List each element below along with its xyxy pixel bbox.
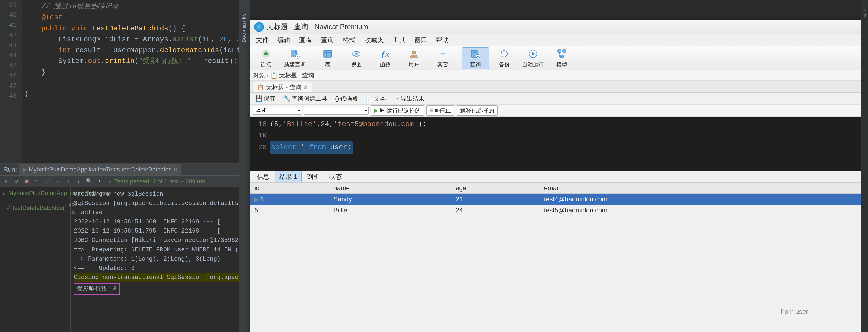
connection-select[interactable]: 本机 — [252, 107, 301, 115]
toolbar-sep-2 — [459, 50, 459, 66]
code-area[interactable]: // 通过id批量删除记录 @Test public void testDele… — [22, 0, 250, 112]
sql-editor[interactable]: 18 (5, 'Billie', 24, 'test5@baomidou.com… — [250, 116, 862, 171]
query-builder-icon: 🔧 — [283, 95, 290, 102]
toolbar-backup-btn[interactable]: 备份 — [491, 47, 518, 69]
run-header: Run: ▶ MybatisPlusDemoApplicationTests.t… — [0, 164, 250, 175]
query-tab-close-icon[interactable]: ✕ — [304, 84, 308, 90]
query-tab-main[interactable]: 📋 无标题 - 查询 ✕ — [252, 82, 312, 92]
view-icon — [350, 48, 362, 60]
snippet-label: 代码段 — [340, 94, 358, 103]
run-search-btn[interactable]: 🔍 — [85, 177, 93, 186]
code-line-41: public void testDeleteBatchIds() { — [24, 23, 247, 34]
code-line-40: @Test — [24, 12, 247, 23]
table-row[interactable]: ▶4 Sandy 21 test4@baomidou.com — [250, 194, 862, 205]
results-tab-result1[interactable]: 结果 1 — [275, 171, 302, 182]
run-stop-btn[interactable]: ⏹ — [23, 177, 31, 186]
menu-format[interactable]: 格式 — [339, 34, 360, 45]
menu-tools[interactable]: 工具 — [389, 34, 409, 45]
menu-view[interactable]: 查看 — [296, 34, 316, 45]
results-table-wrap: id name age email ▶4 Sandy 21 test4@baom… — [250, 182, 862, 332]
text-icon: 📄 — [366, 95, 373, 102]
cell-name: Sandy — [329, 194, 452, 205]
toolbar-user-btn[interactable]: 用户 — [400, 47, 428, 69]
code-line-42: List<Long> idList = Arrays.asList(1L, 2L… — [24, 34, 247, 45]
svg-point-12 — [412, 51, 416, 54]
log-4: 2022-10-12 19:58:51.660 INFO 22168 --- [… — [74, 217, 246, 227]
user-label: 用户 — [408, 61, 420, 68]
other-label: 其它 — [437, 61, 448, 68]
col-header-email[interactable]: email — [539, 183, 862, 194]
object-label: 对象 — [253, 72, 265, 80]
svg-rect-20 — [558, 50, 561, 52]
menu-help[interactable]: 帮助 — [432, 34, 453, 45]
line-numbers: 39 40 41 42 43 44 45 46 47 48 — [0, 0, 22, 163]
run-tab[interactable]: ▶ MybatisPlusDemoApplicationTests.testDe… — [19, 164, 181, 175]
stop-icon: ■ — [430, 107, 433, 114]
toolbar-query-btn[interactable]: 查询 — [462, 47, 489, 69]
database-select[interactable] — [304, 107, 369, 115]
navicat-menubar: 文件 编辑 查看 查询 格式 收藏夹 工具 窗口 帮助 — [250, 34, 862, 46]
explain-label: 解释已选择的 — [460, 107, 494, 114]
autorun-label: 自动运行 — [522, 61, 544, 68]
run-tree-child[interactable]: ✓ testDeleteBatchIds() 289 ms — [0, 199, 70, 217]
export-icon: → — [394, 95, 400, 102]
close-icon[interactable]: ✕ — [173, 165, 178, 174]
sql-line-20: 20 select * from user; — [253, 141, 859, 154]
toolbar-connect-btn[interactable]: 连接 — [252, 47, 280, 69]
menu-query[interactable]: 查询 — [317, 34, 338, 45]
svg-marker-18 — [501, 52, 503, 54]
toolbar-other-btn[interactable]: ⋯ 其它 — [429, 47, 456, 69]
query-icon — [469, 48, 482, 60]
run-next-btn[interactable]: ↓ — [74, 177, 83, 186]
results-tab-profile[interactable]: 剖析 — [303, 171, 324, 182]
menu-file[interactable]: 文件 — [252, 34, 273, 45]
save-btn[interactable]: 💾 保存 — [252, 94, 278, 103]
sql-line-19: 19 — [253, 130, 859, 142]
cell-email: test5@baomidou.com — [539, 205, 862, 216]
query-builder-btn[interactable]: 🔧 查询创建工具 — [280, 94, 330, 103]
run-export-btn[interactable]: ⬆ — [95, 177, 104, 186]
run-selected-btn[interactable]: ▶ ▶ 运行已选择的 — [371, 105, 424, 116]
run-play-btn[interactable]: ▶ — [2, 177, 11, 186]
toolbar-view-btn[interactable]: 视图 — [343, 47, 370, 69]
snippet-btn[interactable]: () 代码段 — [332, 94, 361, 103]
bookmarks-bar: Bookmarks — [239, 0, 250, 332]
cell-id: ▶4 — [250, 194, 329, 205]
export-btn[interactable]: → 导出结果 — [391, 94, 427, 103]
results-tab-status[interactable]: 状态 — [325, 171, 346, 182]
col-header-id[interactable]: id — [250, 183, 329, 194]
col-header-age[interactable]: age — [451, 183, 539, 194]
results-tabs: 信息 结果 1 剖析 状态 — [250, 171, 862, 182]
test-result-label: ✓ Tests passed: 1 of 1 test – 289 ms — [108, 177, 205, 186]
menu-window[interactable]: 窗口 — [410, 34, 431, 45]
right-scrollbar: Notif... — [862, 0, 868, 332]
menu-edit[interactable]: 编辑 — [274, 34, 294, 45]
text-btn[interactable]: 📄 文本 — [363, 94, 389, 103]
query-builder-label: 查询创建工具 — [291, 94, 328, 103]
run-selected-label: ▶ 运行已选择的 — [379, 107, 421, 114]
results-tab-info[interactable]: 信息 — [252, 171, 274, 182]
explain-btn[interactable]: 解释已选择的 — [457, 105, 498, 116]
toolbar-model-btn[interactable]: 模型 — [548, 47, 575, 69]
run-sort-asc-btn[interactable]: ↑↓ — [33, 177, 42, 186]
code-line-46 — [24, 78, 247, 89]
toolbar-function-btn[interactable]: ƒx 函数 — [372, 47, 399, 69]
run-label: Run: — [3, 165, 17, 174]
col-header-name[interactable]: name — [329, 183, 452, 194]
run-sort-desc-btn[interactable]: ↓↑ — [43, 177, 52, 186]
cell-age: 24 — [451, 205, 539, 216]
code-line-45: } — [24, 67, 247, 78]
table-row[interactable]: 5 Billie 24 test5@baomidou.com — [250, 205, 862, 216]
toolbar-table-btn[interactable]: 表 — [314, 47, 341, 69]
export-label: 导出结果 — [401, 94, 425, 103]
cell-age: 21 — [451, 194, 539, 205]
stop-btn[interactable]: ■ ■ 停止 — [426, 105, 454, 116]
menu-favorites[interactable]: 收藏夹 — [361, 34, 388, 45]
run-align-btn[interactable]: ≡ — [54, 177, 62, 186]
toolbar-new-query-btn[interactable]: 新建查询 — [281, 47, 308, 69]
run-prev-btn[interactable]: ↑ — [64, 177, 73, 186]
toolbar-autorun-btn[interactable]: 自动运行 — [520, 47, 547, 69]
view-label: 视图 — [351, 61, 362, 68]
run-rerun-btn[interactable]: ↺ — [12, 177, 21, 186]
run-tab-label: MybatisPlusDemoApplicationTests.testDele… — [29, 165, 172, 174]
